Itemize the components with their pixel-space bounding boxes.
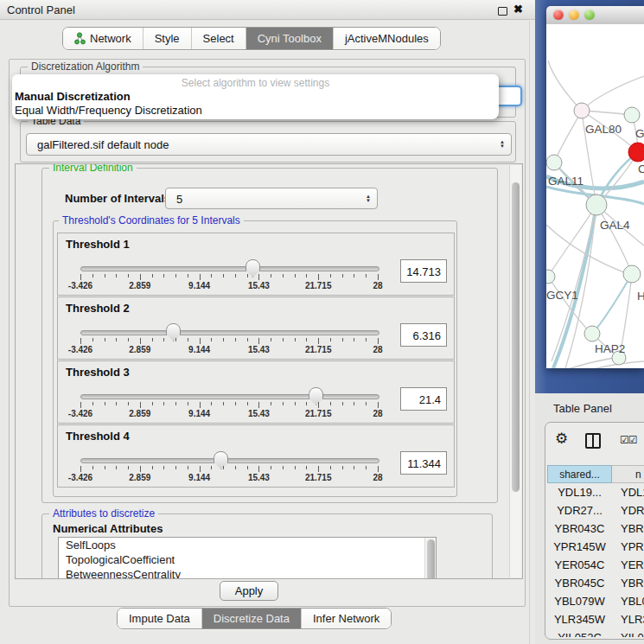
table-data-combobox[interactable]: galFiltered.sif default node ▲▼: [26, 133, 512, 156]
slider-track[interactable]: [80, 266, 379, 271]
algorithm-option-manual[interactable]: Manual Discretization: [15, 90, 131, 103]
table-rows: YDL19...YDL1YDR27...YDR2YBR043CYBR0YPR14…: [547, 483, 644, 637]
table-row[interactable]: YDR27...YDR2: [547, 501, 644, 520]
threshold-coordinates-label: Threshold's Coordinates for 5 Intervals: [59, 214, 244, 226]
network-node-gal4[interactable]: [586, 194, 607, 215]
tab-jactivemnodules[interactable]: jActiveMNodules: [334, 28, 440, 49]
slider-tick: [140, 274, 141, 280]
list-scrollbar[interactable]: [424, 538, 436, 579]
tab-select[interactable]: Select: [192, 28, 246, 49]
table-row[interactable]: YLR345WYLR3: [547, 610, 644, 628]
slider-tick: [271, 466, 271, 469]
threshold-1-slider[interactable]: -3.4262.8599.14415.4321.71528: [58, 258, 454, 294]
minimize-button-yellow[interactable]: [569, 10, 579, 20]
gear-icon[interactable]: ⚙: [555, 430, 568, 448]
tick-label: 21.715: [305, 473, 332, 482]
node-label: GA: [635, 127, 644, 140]
tick-label: 21.715: [305, 409, 332, 418]
threshold-2-slider[interactable]: -3.4262.8599.14415.4321.71528: [58, 322, 454, 358]
close-icon[interactable]: ✖: [513, 3, 523, 16]
slider-tick: [235, 274, 236, 277]
table-row[interactable]: YIL052CYIL0: [547, 628, 644, 637]
tick-label: -3.426: [68, 281, 92, 290]
slider-tick: [330, 274, 331, 277]
tick-label: 2.859: [129, 473, 150, 482]
network-node-ga[interactable]: [624, 107, 640, 123]
slider-tick: [80, 466, 81, 472]
apply-button[interactable]: Apply: [220, 581, 278, 601]
tab-cyni-toolbox[interactable]: Cyni Toolbox: [246, 28, 334, 49]
slider-tick: [247, 466, 248, 469]
select-columns-icon[interactable]: ☑☑: [620, 434, 637, 446]
panel-scrollbar[interactable]: [509, 165, 521, 577]
threshold-4-slider[interactable]: -3.4262.8599.14415.4321.71528: [58, 450, 454, 486]
table-row[interactable]: YBR045CYBR0: [547, 574, 644, 592]
threshold-2-panel: Threshold 2 -3.4262.8599.14415.4321.7152…: [57, 296, 455, 360]
float-window-icon[interactable]: [498, 7, 507, 16]
table-row[interactable]: YBL079WYBL0: [547, 592, 644, 610]
cell-shared-name: YER054C: [547, 556, 612, 574]
threshold-3-value-field[interactable]: 21.4: [400, 387, 447, 411]
table-row[interactable]: YPR145WYPR1: [547, 538, 644, 556]
network-node-gal11[interactable]: [546, 155, 562, 170]
slider-track[interactable]: [80, 394, 379, 399]
cell-shared-name: YIL052C: [547, 628, 612, 637]
threshold-2-value-field[interactable]: 6.316: [400, 323, 447, 347]
network-node-gal80[interactable]: [574, 103, 590, 118]
threshold-1-value-field[interactable]: 14.713: [400, 259, 447, 283]
node-label: C: [638, 163, 644, 175]
tick-label: 21.715: [305, 345, 332, 354]
table-row[interactable]: YBR043CYBR0: [547, 520, 644, 538]
slider-tick: [258, 338, 259, 344]
network-window-titlebar: [546, 6, 644, 25]
slider-tick: [295, 274, 296, 277]
slider-tick: [175, 338, 176, 341]
slider-tick: [283, 338, 284, 341]
slider-tick: [247, 402, 248, 405]
network-node-c[interactable]: [628, 143, 644, 162]
table-panel-title: Table Panel: [553, 402, 612, 415]
slider-tick: [283, 402, 284, 405]
slider-tick: [378, 338, 379, 344]
threshold-3-slider[interactable]: -3.4262.8599.14415.4321.71528: [58, 386, 454, 422]
slider-thumb[interactable]: [309, 387, 323, 405]
screen: Control Panel ✖ NetworkStyleSelectCyni T…: [0, 0, 644, 644]
column-layout-icon[interactable]: [585, 433, 601, 449]
network-node-gcy1[interactable]: [546, 270, 555, 284]
node-label: GAL80: [585, 123, 622, 136]
slider-tick: [140, 402, 141, 408]
attribute-list-item[interactable]: TopologicalCoefficient: [59, 552, 436, 567]
network-canvas[interactable]: GAL80GACGAL11GAL4GCY1HHAP2: [546, 24, 644, 368]
slider-track[interactable]: [80, 330, 379, 335]
network-node-h[interactable]: [623, 265, 641, 283]
number-of-intervals-combobox[interactable]: 5 ▲▼: [165, 188, 378, 209]
tab-style[interactable]: Style: [143, 28, 192, 49]
attribute-list-item[interactable]: BetweennessCentrality: [59, 567, 436, 579]
tab-infer-network[interactable]: Infer Network: [302, 609, 391, 628]
threshold-4-value-field[interactable]: 11.344: [400, 451, 447, 475]
close-button-red[interactable]: [553, 10, 564, 20]
table-panel: Table Panel ⚙ ☑☑ shared... n YDL19...YDL…: [535, 393, 644, 644]
attributes-to-discretize-group: Attributes to discretize Numerical Attri…: [41, 513, 493, 579]
network-node-hap2[interactable]: [584, 326, 600, 341]
slider-track[interactable]: [80, 458, 379, 463]
tab-network[interactable]: Network: [63, 28, 143, 49]
table-row[interactable]: YDL19...YDL1: [547, 483, 644, 501]
cell-shared-name: YDR27...: [547, 501, 612, 520]
slider-tick: [152, 338, 153, 341]
table-row[interactable]: YER054CYER0: [547, 556, 644, 574]
zoom-button-green[interactable]: [584, 10, 595, 20]
tab-discretize-data[interactable]: Discretize Data: [202, 609, 302, 628]
numerical-attributes-list[interactable]: SelfLoopsTopologicalCoefficientBetweenne…: [58, 537, 437, 579]
attribute-list-item[interactable]: SelfLoops: [59, 538, 436, 552]
slider-tick: [105, 274, 105, 277]
slider-tick: [200, 274, 201, 280]
slider-tick: [247, 338, 248, 341]
node-label-group: GAL80GACGAL11GAL4GCY1HHAP2: [546, 123, 644, 355]
column-header-shared-name[interactable]: shared...: [547, 465, 612, 483]
tab-impute-data[interactable]: Impute Data: [118, 609, 202, 628]
column-header-name[interactable]: n: [612, 465, 644, 483]
slider-thumb[interactable]: [214, 451, 228, 469]
slider-thumb[interactable]: [166, 323, 181, 341]
algorithm-option-equal-width[interactable]: Equal Width/Frequency Discretization: [15, 104, 202, 117]
